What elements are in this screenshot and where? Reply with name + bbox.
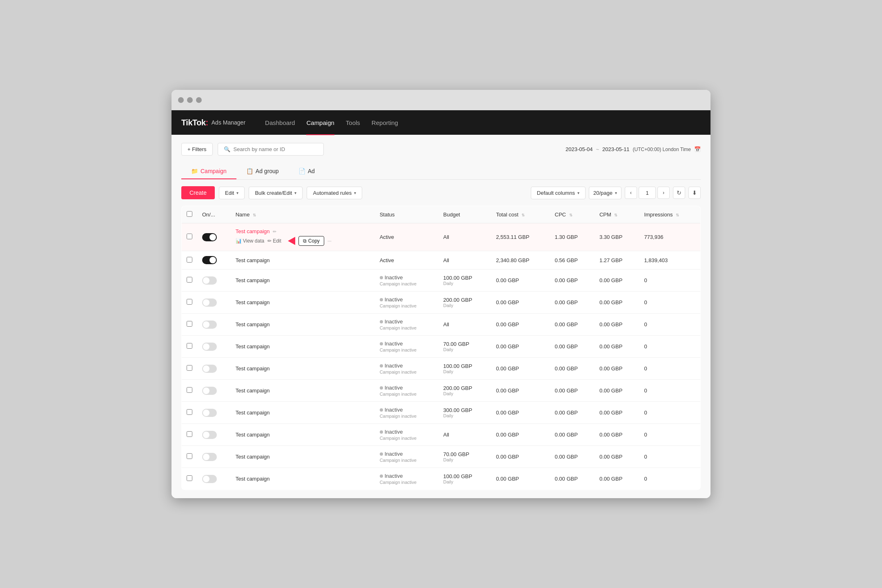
row1-budget: All bbox=[443, 234, 486, 240]
current-page: 1 bbox=[639, 187, 656, 199]
name-sort-icon: ⇅ bbox=[253, 213, 256, 217]
campaigns-table: On/... Name ⇅ Status Budget Total cost ⇅… bbox=[181, 206, 701, 490]
copy-icon: ⧉ bbox=[303, 238, 307, 244]
table-row: Test campaign InactiveCampaign inactive … bbox=[182, 402, 701, 424]
header-cpc[interactable]: CPC ⇅ bbox=[550, 206, 595, 223]
row7-name[interactable]: Test campaign bbox=[236, 365, 270, 372]
traffic-light-maximize[interactable] bbox=[196, 97, 202, 103]
nav-items: Dashboard Campaign Tools Reporting bbox=[265, 118, 398, 128]
row11-toggle[interactable] bbox=[202, 453, 217, 461]
refresh-button[interactable]: ↻ bbox=[673, 187, 685, 199]
prev-page-button[interactable]: ‹ bbox=[625, 187, 637, 199]
row1-edit-name-icon[interactable]: ✏ bbox=[273, 229, 276, 234]
row3-checkbox[interactable] bbox=[187, 277, 192, 283]
row10-name[interactable]: Test campaign bbox=[236, 432, 270, 438]
search-input[interactable] bbox=[234, 146, 318, 152]
default-columns-button[interactable]: Default columns ▾ bbox=[531, 187, 586, 199]
actions-row: Create Edit ▾ Bulk create/Edit ▾ Automat… bbox=[181, 186, 701, 199]
header-budget: Budget bbox=[439, 206, 491, 223]
row12-checkbox[interactable] bbox=[187, 475, 192, 481]
nav-reporting[interactable]: Reporting bbox=[372, 118, 398, 128]
row3-toggle[interactable] bbox=[202, 276, 217, 285]
table-row: Test campaign InactiveCampaign inactive … bbox=[182, 380, 701, 402]
row6-checkbox[interactable] bbox=[187, 343, 192, 349]
row9-name[interactable]: Test campaign bbox=[236, 410, 270, 416]
header-name[interactable]: Name ⇅ bbox=[231, 206, 375, 223]
row2-campaign-name[interactable]: Test campaign bbox=[236, 257, 270, 263]
row1-edit-link[interactable]: ✏ Edit bbox=[267, 238, 281, 244]
per-page-button[interactable]: 20/page ▾ bbox=[589, 187, 621, 199]
row8-toggle[interactable] bbox=[202, 387, 217, 395]
row2-budget: All bbox=[443, 257, 486, 263]
header-select-all[interactable] bbox=[182, 206, 198, 223]
row4-name[interactable]: Test campaign bbox=[236, 299, 270, 305]
date-end[interactable]: 2023-05-11 bbox=[602, 146, 630, 152]
row12-name[interactable]: Test campaign bbox=[236, 476, 270, 482]
per-page-label: 20/page bbox=[593, 190, 612, 196]
row4-toggle[interactable] bbox=[202, 298, 217, 307]
row11-checkbox[interactable] bbox=[187, 453, 192, 459]
row9-toggle[interactable] bbox=[202, 409, 217, 417]
traffic-light-minimize[interactable] bbox=[187, 97, 193, 103]
next-page-button[interactable]: › bbox=[657, 187, 670, 199]
edit-button[interactable]: Edit ▾ bbox=[219, 187, 245, 199]
row8-name[interactable]: Test campaign bbox=[236, 388, 270, 394]
nav-campaign[interactable]: Campaign bbox=[306, 118, 334, 128]
table-row: Test campaign InactiveCampaign inactive … bbox=[182, 424, 701, 446]
row7-checkbox[interactable] bbox=[187, 365, 192, 371]
nav-tools[interactable]: Tools bbox=[346, 118, 360, 128]
toolbar-row: + Filters 🔍 2023-05-04 ~ 2023-05-11 (UTC… bbox=[181, 143, 701, 156]
adgroup-tab-icon: 📋 bbox=[246, 168, 253, 174]
automated-rules-button[interactable]: Automated rules ▾ bbox=[307, 187, 362, 199]
select-all-checkbox[interactable] bbox=[187, 211, 192, 217]
row3-name[interactable]: Test campaign bbox=[236, 277, 270, 283]
header-on-off: On/... bbox=[197, 206, 231, 223]
copy-arrow-indicator bbox=[288, 237, 295, 245]
row2-toggle[interactable] bbox=[202, 256, 217, 264]
row6-name[interactable]: Test campaign bbox=[236, 343, 270, 350]
row11-name[interactable]: Test campaign bbox=[236, 454, 270, 460]
header-impressions[interactable]: Impressions ⇅ bbox=[639, 206, 700, 223]
row1-toggle[interactable] bbox=[202, 233, 217, 241]
header-cpm[interactable]: CPM ⇅ bbox=[595, 206, 639, 223]
traffic-light-close[interactable] bbox=[178, 97, 184, 103]
bulk-create-edit-button[interactable]: Bulk create/Edit ▾ bbox=[249, 187, 303, 199]
header-status: Status bbox=[375, 206, 439, 223]
table-row: Test campaign ✏ 📊 View data ✏ Edit bbox=[182, 223, 701, 251]
date-separator: ~ bbox=[596, 146, 599, 152]
filters-button[interactable]: + Filters bbox=[181, 143, 213, 156]
row1-checkbox-cell[interactable] bbox=[182, 223, 198, 251]
row1-cpm: 3.30 GBP bbox=[595, 223, 639, 251]
row1-checkbox[interactable] bbox=[187, 234, 192, 239]
row2-checkbox[interactable] bbox=[187, 257, 192, 263]
status-dot bbox=[380, 320, 383, 323]
tab-ad[interactable]: 📄 Ad bbox=[289, 164, 325, 179]
row5-toggle[interactable] bbox=[202, 321, 217, 329]
tab-adgroup[interactable]: 📋 Ad group bbox=[236, 164, 289, 179]
row1-view-data-link[interactable]: 📊 View data bbox=[236, 238, 264, 244]
row1-copy-button[interactable]: ⧉ Copy bbox=[298, 236, 324, 246]
export-button[interactable]: ⬇ bbox=[688, 187, 701, 199]
row1-status: Active bbox=[380, 234, 394, 240]
header-total-cost[interactable]: Total cost ⇅ bbox=[491, 206, 550, 223]
row2-checkbox-cell[interactable] bbox=[182, 251, 198, 270]
row9-checkbox[interactable] bbox=[187, 409, 192, 415]
row4-checkbox[interactable] bbox=[187, 299, 192, 305]
row7-toggle[interactable] bbox=[202, 365, 217, 373]
date-start[interactable]: 2023-05-04 bbox=[566, 146, 593, 152]
calendar-icon[interactable]: 📅 bbox=[694, 146, 701, 152]
row10-toggle[interactable] bbox=[202, 431, 217, 439]
row12-toggle[interactable] bbox=[202, 475, 217, 483]
row10-checkbox[interactable] bbox=[187, 431, 192, 437]
row5-name[interactable]: Test campaign bbox=[236, 321, 270, 327]
create-button[interactable]: Create bbox=[181, 186, 215, 199]
row8-checkbox[interactable] bbox=[187, 387, 192, 393]
row6-toggle[interactable] bbox=[202, 343, 217, 351]
row1-more-icon[interactable]: ··· bbox=[327, 238, 332, 244]
timezone-label: (UTC+00:00) London Time bbox=[633, 147, 691, 152]
tab-campaign[interactable]: 📁 Campaign bbox=[181, 164, 236, 179]
nav-dashboard[interactable]: Dashboard bbox=[265, 118, 295, 128]
row1-campaign-name[interactable]: Test campaign bbox=[236, 228, 270, 234]
bulk-label: Bulk create/Edit bbox=[255, 190, 292, 196]
row5-checkbox[interactable] bbox=[187, 321, 192, 327]
